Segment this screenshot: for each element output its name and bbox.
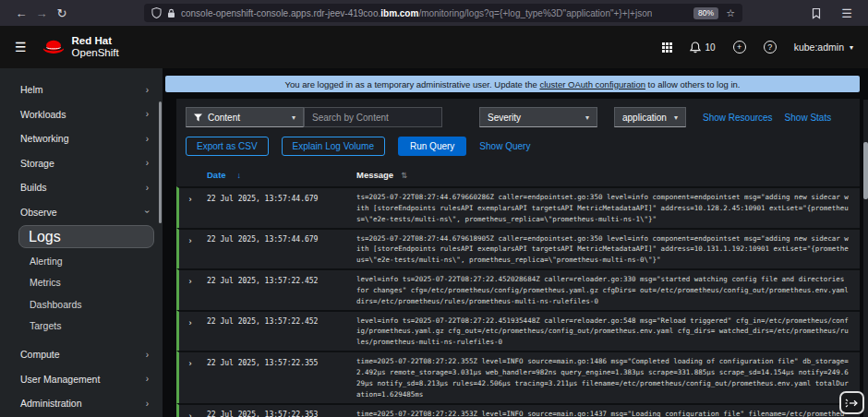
chevron-right-icon: › (146, 158, 149, 168)
sidebar-item-helm[interactable]: Helm › (0, 77, 163, 102)
sidebar-item-logs[interactable]: Logs (18, 225, 154, 248)
brand-logo[interactable]: Red Hat OpenShift (42, 35, 119, 59)
filter-icon (194, 113, 202, 122)
log-message: ts=2025-07-22T08:27:44.679618905Z caller… (349, 232, 856, 267)
content-scrollbar[interactable] (863, 100, 868, 417)
show-resources-link[interactable]: Show Resources (703, 113, 773, 123)
forward-icon[interactable]: → (31, 6, 52, 20)
sort-icon[interactable]: ⇅ (401, 171, 407, 180)
sidebar-item-targets[interactable]: Targets (0, 316, 163, 338)
sidebar-item-observe[interactable]: Observe › (0, 200, 163, 225)
expand-chevron-icon[interactable]: › (179, 232, 201, 245)
screen: ← → ↻ console-openshift-console.apps.rdr… (0, 0, 868, 417)
expand-chevron-icon[interactable]: › (179, 354, 201, 368)
sidebar-item-label: Logs (29, 229, 61, 245)
brand-text: Red Hat OpenShift (72, 35, 119, 59)
sidebar-item-dashboards[interactable]: Dashboards (0, 293, 163, 316)
sort-descending-icon[interactable]: ↓ (237, 171, 242, 180)
scrollbar-thumb[interactable] (863, 142, 868, 199)
back-icon[interactable]: ← (11, 6, 31, 20)
log-row[interactable]: › 22 Jul 2025, 13:57:22.452 level=info t… (176, 268, 860, 310)
log-date: 22 Jul 2025, 13:57:44.679 (201, 190, 349, 203)
expand-chevron-icon[interactable]: › (179, 272, 201, 286)
chevron-right-icon: › (146, 399, 149, 409)
log-date: 22 Jul 2025, 13:57:22.353 (201, 407, 349, 417)
chevron-right-icon: › (146, 350, 149, 360)
chevron-down-icon: ▾ (850, 43, 853, 52)
log-table: Date↓ Message⇅ › 22 Jul 2025, 13:57:44.6… (176, 165, 860, 417)
log-row[interactable]: › 22 Jul 2025, 13:57:44.679 ts=2025-07-2… (176, 186, 860, 228)
sidebar-item-label: Dashboards (30, 299, 82, 310)
log-row[interactable]: › 22 Jul 2025, 13:57:44.679 ts=2025-07-2… (176, 228, 860, 269)
import-yaml-icon[interactable]: + (733, 41, 746, 54)
sidebar-item-label: Storage (20, 158, 54, 169)
run-query-button[interactable]: Run Query (398, 137, 466, 156)
sidebar-item-storage[interactable]: Storage › (0, 151, 163, 176)
sidebar-item-label: Alerting (30, 256, 63, 267)
chevron-down-icon: ▾ (674, 113, 678, 122)
log-row[interactable]: › 22 Jul 2025, 13:57:22.452 level=info t… (176, 310, 860, 351)
zoom-level-badge[interactable]: 80% (693, 7, 718, 19)
severity-label: Severity (488, 113, 521, 123)
sidebar-toggle-icon[interactable]: ☰ (15, 40, 27, 54)
tenant-label: application (622, 113, 667, 123)
sidebar-item-user-management[interactable]: User Management › (0, 367, 163, 392)
logs-toolbar: Content ▾ Severity ▾ application ▾ (176, 99, 860, 160)
sidebar-item-compute[interactable]: Compute › (0, 342, 163, 367)
notifications-button[interactable]: 10 (690, 42, 716, 54)
chevron-right-icon: › (146, 183, 149, 193)
bookmark-star-icon[interactable]: ☆ (726, 7, 735, 19)
sidebar-item-networking[interactable]: Networking › (0, 126, 163, 151)
tenant-dropdown[interactable]: application ▾ (614, 107, 686, 127)
shield-icon[interactable] (151, 7, 162, 18)
user-menu[interactable]: kube:admin ▾ (794, 42, 853, 53)
search-input[interactable] (304, 107, 442, 127)
chevron-down-icon: › (142, 210, 152, 213)
reload-icon[interactable]: ↻ (52, 6, 72, 20)
sidebar-item-builds[interactable]: Builds › (0, 175, 163, 200)
log-date: 22 Jul 2025, 13:57:44.679 (201, 232, 349, 244)
log-message: time=2025-07-22T08:27:22.353Z level=INFO… (349, 407, 856, 417)
explain-log-volume-button[interactable]: Explain Log Volume (282, 137, 385, 156)
log-message: ts=2025-07-22T08:27:44.679660286Z caller… (349, 190, 856, 225)
severity-dropdown[interactable]: Severity ▾ (479, 107, 597, 127)
help-icon[interactable]: ? (764, 41, 777, 54)
sidebar-item-administration[interactable]: Administration › (0, 391, 163, 416)
sidebar-item-label: Helm (20, 84, 43, 95)
address-bar[interactable]: console-openshift-console.apps.rdr-jeev-… (144, 4, 742, 22)
show-stats-link[interactable]: Show Stats (785, 113, 832, 123)
chevron-down-icon: ▾ (585, 113, 589, 122)
sidebar-item-metrics[interactable]: Metrics (0, 272, 163, 294)
show-query-link[interactable]: Show Query (479, 141, 530, 151)
content-filter-dropdown[interactable]: Content ▾ (186, 107, 304, 127)
chevron-right-icon: › (146, 134, 149, 144)
expand-chevron-icon[interactable]: › (179, 314, 201, 328)
sidebar-item-alerting[interactable]: Alerting (0, 250, 163, 272)
sidebar-item-label: Workloads (20, 109, 66, 120)
sidebar-item-workloads[interactable]: Workloads › (0, 102, 163, 127)
expand-chevron-icon[interactable]: › (179, 190, 201, 204)
content-filter-label: Content (208, 113, 240, 123)
app-launcher-icon[interactable] (662, 42, 672, 53)
browser-menu-icon[interactable]: ☰ (837, 6, 857, 20)
message-column-header[interactable]: Message⇅ (349, 170, 860, 180)
log-row[interactable]: › 22 Jul 2025, 13:57:22.355 time=2025-07… (176, 351, 860, 402)
masthead: ☰ Red Hat OpenShift (0, 26, 868, 68)
browser-toolbar: ← → ↻ console-openshift-console.apps.rdr… (0, 0, 868, 26)
log-row[interactable]: › 22 Jul 2025, 13:57:22.353 time=2025-07… (176, 403, 860, 417)
log-message: level=info ts=2025-07-22T08:27:22.451935… (349, 314, 856, 349)
log-message: level=info ts=2025-07-22T08:27:22.452028… (349, 272, 856, 307)
sidebar-item-label: Networking (20, 133, 69, 144)
expand-chevron-icon[interactable]: › (179, 407, 201, 417)
cluster-oauth-link[interactable]: cluster OAuth configuration (539, 79, 645, 89)
sidebar-item-label: Observe (20, 207, 57, 218)
export-csv-button[interactable]: Export as CSV (186, 137, 269, 156)
sidebar-scrollbar[interactable] (159, 101, 162, 223)
lock-icon[interactable] (167, 8, 175, 18)
date-column-header[interactable]: Date↓ (201, 170, 349, 180)
chevron-right-icon: › (146, 85, 149, 95)
sidebar-nav: Helm › Workloads › Networking › Storage … (0, 68, 163, 417)
sidebar-item-label: Compute (20, 349, 60, 360)
save-page-icon[interactable] (811, 7, 822, 19)
sidebar-item-label: User Management (20, 374, 100, 385)
